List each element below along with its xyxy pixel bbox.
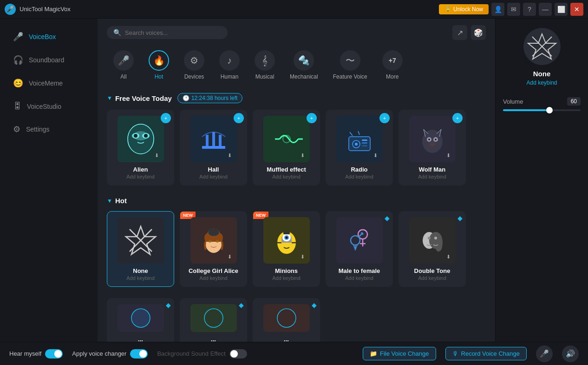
card-hall[interactable]: + ⬇ Hall Add keybind: [180, 110, 247, 186]
college-download[interactable]: ⬇: [226, 252, 234, 261]
extra1-name: ...: [138, 336, 143, 342]
user-button[interactable]: 👤: [491, 3, 504, 16]
muffled-download[interactable]: ⬇: [299, 151, 307, 159]
sidebar-item-settings[interactable]: ⚙ Settings: [4, 119, 94, 140]
card-college-girl[interactable]: NEW ⬇: [180, 211, 247, 287]
alien-download[interactable]: ⬇: [153, 151, 161, 159]
hear-myself-toggle[interactable]: [45, 349, 63, 358]
hall-download[interactable]: ⬇: [226, 151, 234, 159]
tab-hot[interactable]: 🔥 Hot: [142, 46, 176, 84]
minimize-button[interactable]: —: [539, 3, 552, 16]
card-alien[interactable]: + ⬇ Alien Add k: [107, 110, 174, 186]
wolfman-download[interactable]: ⬇: [444, 151, 453, 159]
hear-myself-knob: [54, 350, 62, 358]
svg-rect-28: [209, 229, 219, 232]
card-muffled[interactable]: + ⬇ Muffled effect Add keybind: [253, 110, 320, 186]
radio-name: Radio: [351, 166, 367, 173]
help-button[interactable]: ?: [523, 3, 536, 16]
search-wrap[interactable]: 🔍: [107, 26, 228, 39]
hall-keybind[interactable]: Add keybind: [199, 174, 228, 179]
tab-more[interactable]: +7 More: [376, 46, 409, 84]
tab-human[interactable]: ♪ Human: [213, 46, 246, 84]
volume-slider[interactable]: [503, 109, 581, 111]
card-doubletone[interactable]: ◆ ⬇ Double Tone: [399, 211, 466, 287]
doubletone-keybind[interactable]: Add keybind: [418, 275, 446, 281]
bg-effect-toggle[interactable]: [229, 349, 247, 358]
volume-thumb[interactable]: [546, 107, 553, 113]
close-button[interactable]: ✕: [570, 3, 583, 16]
radio-keybind-btn[interactable]: +: [379, 113, 390, 123]
minions-download[interactable]: ⬇: [299, 252, 307, 261]
sidebar-item-voicememe[interactable]: 😊 VoiceMeme: [4, 73, 94, 94]
record-voice-button[interactable]: 🎙 Record Voice Change: [445, 347, 527, 360]
card-minions[interactable]: NEW ⬇: [253, 211, 320, 287]
none-name: None: [133, 267, 148, 274]
doubletone-download[interactable]: ⬇: [444, 252, 453, 261]
maximize-button[interactable]: ⬜: [555, 3, 568, 16]
minions-name: Minions: [275, 267, 298, 274]
tab-devices[interactable]: ⚙ Devices: [177, 46, 211, 84]
file-voice-button[interactable]: 📁 File Voice Change: [363, 347, 436, 360]
extra1-diamond: ◆: [166, 301, 171, 309]
none-keybind[interactable]: Add keybind: [126, 275, 155, 281]
tab-all-label: All: [120, 73, 126, 80]
arrow-icon: ▼: [107, 95, 112, 101]
timer-text: 12:24:38 hours left: [191, 95, 237, 101]
college-keybind[interactable]: Add keybind: [199, 275, 228, 281]
sidebar-label-voicestudio: VoiceStudio: [27, 103, 61, 110]
card-none[interactable]: None Add keybind: [107, 211, 174, 287]
bg-effect-label: Background Sound Effect: [157, 350, 225, 357]
hall-keybind-btn[interactable]: +: [234, 113, 244, 123]
speaker-button[interactable]: 🔊: [562, 345, 579, 362]
card-mtf[interactable]: ◆ Male: [326, 211, 393, 287]
cube-button[interactable]: 🎲: [471, 25, 486, 40]
svg-point-20: [428, 139, 430, 140]
sidebar-item-voicebox[interactable]: 🎤 VoiceBox: [4, 26, 94, 47]
add-keybind-link[interactable]: Add keybind: [526, 80, 557, 86]
card-extra2[interactable]: ◆ ...: [180, 298, 247, 342]
apply-changer-toggle[interactable]: [130, 349, 148, 358]
top-bar-actions: ↗ 🎲: [452, 25, 486, 40]
svg-point-29: [209, 240, 211, 243]
sidebar-item-voicestudio[interactable]: 🎛 VoiceStudio: [4, 96, 94, 117]
mail-button[interactable]: ✉: [507, 3, 520, 16]
tab-feature[interactable]: 〜 Feature Voice: [327, 46, 374, 84]
radio-download[interactable]: ⬇: [372, 151, 380, 159]
muffled-keybind[interactable]: Add keybind: [272, 174, 301, 179]
card-extra3[interactable]: ◆ ...: [253, 298, 320, 342]
mic-button[interactable]: 🎤: [536, 345, 553, 362]
doubletone-name: Double Tone: [414, 267, 451, 274]
hot-section-title: ▼ Hot: [107, 197, 127, 205]
tab-mechanical-label: Mechanical: [290, 73, 318, 80]
soundboard-icon: 🎧: [13, 55, 23, 65]
card-extra1[interactable]: ◆ ...: [107, 298, 174, 342]
record-icon: 🎙: [452, 350, 458, 357]
speaker-icon: 🔊: [566, 349, 575, 358]
muffled-keybind-btn[interactable]: +: [307, 113, 317, 123]
svg-point-49: [428, 237, 431, 239]
tab-musical[interactable]: 𝄞 Musical: [248, 46, 281, 84]
unlock-button[interactable]: 🔒 Unlock Now: [439, 4, 489, 14]
alien-keybind-btn[interactable]: +: [161, 113, 171, 123]
tab-mechanical[interactable]: 🔩 Mechanical: [283, 46, 325, 84]
export-button[interactable]: ↗: [452, 25, 467, 40]
card-wolfman[interactable]: + ⬇: [399, 110, 466, 186]
svg-point-51: [131, 309, 150, 327]
tab-feature-label: Feature Voice: [333, 73, 367, 80]
doubletone-icon-area: ⬇: [409, 217, 456, 264]
college-icon-area: ⬇: [190, 217, 237, 264]
minions-keybind[interactable]: Add keybind: [272, 275, 301, 281]
svg-rect-6: [202, 146, 225, 149]
sidebar-item-soundboard[interactable]: 🎧 Soundboard: [4, 49, 94, 71]
svg-rect-36: [283, 232, 290, 234]
alien-keybind[interactable]: Add keybind: [126, 174, 155, 179]
card-radio[interactable]: + ⬇ Radio: [326, 110, 393, 186]
wolfman-keybind-btn[interactable]: +: [452, 113, 463, 123]
wolfman-keybind[interactable]: Add keybind: [418, 174, 446, 179]
tab-all[interactable]: 🎤 All: [107, 46, 140, 84]
extra2-name: ...: [211, 336, 216, 342]
search-input[interactable]: [125, 29, 218, 36]
radio-keybind[interactable]: Add keybind: [345, 174, 373, 179]
mtf-keybind[interactable]: Add keybind: [345, 275, 373, 281]
svg-rect-15: [362, 142, 367, 144]
